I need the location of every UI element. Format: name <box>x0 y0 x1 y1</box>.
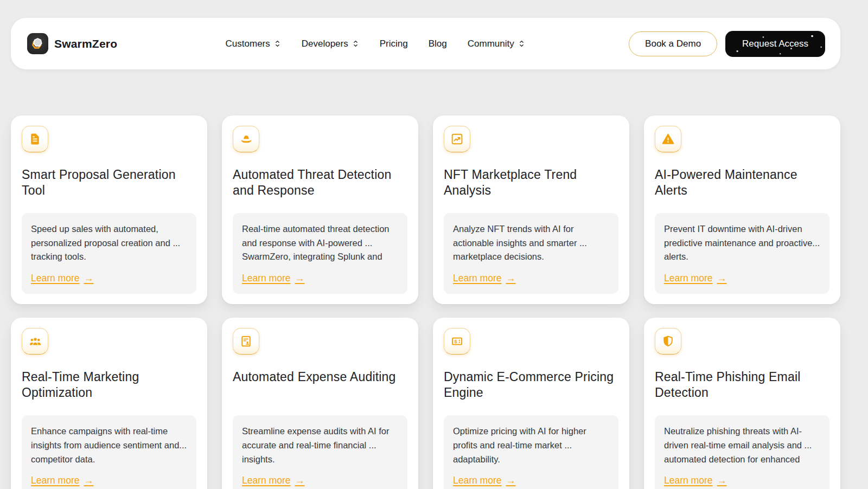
feature-card-expense-auditing: Automated Expense Auditing Streamline ex… <box>222 318 418 489</box>
card-description: Enhance campaigns with real-time insight… <box>31 424 188 466</box>
chart-trend-icon <box>444 126 470 152</box>
header-actions: Book a Demo Request Access <box>629 31 825 57</box>
card-description-box: Neutralize phishing threats with AI-driv… <box>655 415 829 489</box>
learn-more-link[interactable]: Learn more→ <box>242 273 305 284</box>
nav-item-pricing[interactable]: Pricing <box>380 38 408 49</box>
card-title: Dynamic E-Commerce Pricing Engine <box>444 369 618 402</box>
page: SwarmZero Customers Developers Pricing B… <box>0 0 868 489</box>
learn-more-link[interactable]: Learn more→ <box>242 475 305 486</box>
arrow-right-icon: → <box>295 273 305 284</box>
nav-item-blog[interactable]: Blog <box>429 38 447 49</box>
nav-item-community[interactable]: Community <box>468 38 525 49</box>
card-title: NFT Marketplace Trend Analysis <box>444 167 618 200</box>
learn-more-link[interactable]: Learn more→ <box>664 475 727 486</box>
arrow-right-icon: → <box>506 273 516 284</box>
card-description: Neutralize phishing threats with AI-driv… <box>664 424 821 466</box>
card-title: Smart Proposal Generation Tool <box>22 167 196 200</box>
card-description: Speed up sales with automated, personali… <box>31 222 188 264</box>
arrow-right-icon: → <box>84 273 94 284</box>
book-demo-button[interactable]: Book a Demo <box>629 31 717 56</box>
arrow-right-icon: → <box>84 475 94 486</box>
audit-document-person-icon <box>233 328 259 355</box>
card-description-box: Speed up sales with automated, personali… <box>22 213 196 294</box>
card-description-box: Real-time automated threat detection and… <box>233 213 407 294</box>
chevron-updown-icon <box>274 40 281 48</box>
price-money-icon: $ <box>444 328 470 355</box>
feature-card-threat-detection: Automated Threat Detection and Response … <box>222 115 418 304</box>
card-description-box: Analyze NFT trends with AI for actionabl… <box>444 213 618 294</box>
shield-icon <box>655 328 681 355</box>
groups-icon <box>22 328 48 355</box>
chevron-updown-icon <box>518 40 525 48</box>
arrow-right-icon: → <box>717 475 727 486</box>
card-title: AI-Powered Maintenance Alerts <box>655 167 829 200</box>
feature-card-maintenance-alerts: AI-Powered Maintenance Alerts Prevent IT… <box>644 115 840 304</box>
feature-card-smart-proposal: Smart Proposal Generation Tool Speed up … <box>11 115 207 304</box>
request-access-button[interactable]: Request Access <box>725 31 825 57</box>
feature-card-marketing-optimization: Real-Time Marketing Optimization Enhance… <box>11 318 207 489</box>
warning-triangle-icon <box>655 126 681 152</box>
card-description-box: Optimize pricing with AI for higher prof… <box>444 415 618 489</box>
card-description: Analyze NFT trends with AI for actionabl… <box>453 222 610 264</box>
arrow-right-icon: → <box>295 475 305 486</box>
card-description: Prevent IT downtime with AI-driven predi… <box>664 222 821 264</box>
card-description-box: Enhance campaigns with real-time insight… <box>22 415 196 489</box>
document-icon <box>22 126 48 152</box>
arrow-right-icon: → <box>717 273 727 284</box>
main-nav: Customers Developers Pricing Blog Commun… <box>122 38 629 49</box>
learn-more-link[interactable]: Learn more→ <box>31 273 94 284</box>
learn-more-link[interactable]: Learn more→ <box>453 273 516 284</box>
nav-item-developers[interactable]: Developers <box>302 38 359 49</box>
nav-item-customers[interactable]: Customers <box>226 38 281 49</box>
card-description: Real-time automated threat detection and… <box>242 222 399 264</box>
card-description: Optimize pricing with AI for higher prof… <box>453 424 610 466</box>
learn-more-link[interactable]: Learn more→ <box>31 475 94 486</box>
brand-logo[interactable]: SwarmZero <box>27 33 117 54</box>
learn-more-link[interactable]: Learn more→ <box>664 273 727 284</box>
card-description-box: Streamline expense audits with AI for ac… <box>233 415 407 489</box>
feature-card-phishing-detection: Real-Time Phishing Email Detection Neutr… <box>644 318 840 489</box>
card-title: Real-Time Marketing Optimization <box>22 369 196 402</box>
card-title: Automated Expense Auditing <box>233 369 407 402</box>
card-title: Automated Threat Detection and Response <box>233 167 407 200</box>
feature-card-pricing-engine: $ Dynamic E-Commerce Pricing Engine Opti… <box>433 318 629 489</box>
detective-hat-icon <box>233 126 259 152</box>
feature-card-nft-trend: NFT Marketplace Trend Analysis Analyze N… <box>433 115 629 304</box>
svg-text:$: $ <box>454 338 457 344</box>
learn-more-link[interactable]: Learn more→ <box>453 475 516 486</box>
brand-name: SwarmZero <box>54 37 117 50</box>
chevron-updown-icon <box>352 40 359 48</box>
features-grid: Smart Proposal Generation Tool Speed up … <box>11 115 840 489</box>
card-description: Streamline expense audits with AI for ac… <box>242 424 399 466</box>
top-navigation-bar: SwarmZero Customers Developers Pricing B… <box>11 18 840 69</box>
card-title: Real-Time Phishing Email Detection <box>655 369 829 402</box>
heptagon-logo-icon <box>27 33 48 54</box>
arrow-right-icon: → <box>506 475 516 486</box>
card-description-box: Prevent IT downtime with AI-driven predi… <box>655 213 829 294</box>
